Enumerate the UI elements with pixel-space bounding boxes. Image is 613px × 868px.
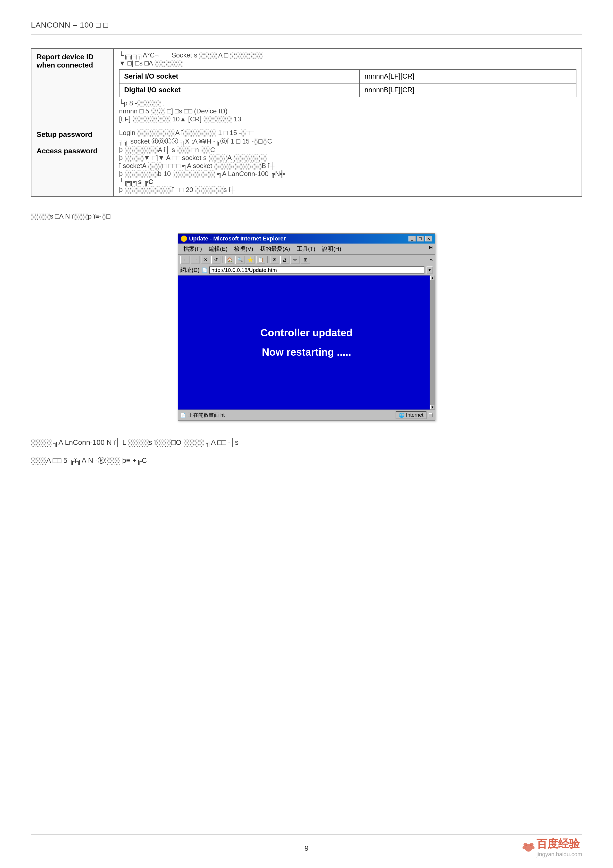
pass-line3: þ ░░░░░░░A î│ s ░░░□n ░░C bbox=[119, 146, 576, 154]
browser-content: Controller updated Now restarting ..... bbox=[178, 276, 435, 409]
browser-title: Update - Microsoft Internet Explorer bbox=[189, 235, 286, 242]
browser-content-wrapper: Controller updated Now restarting ..... … bbox=[178, 276, 435, 409]
browser-statusbar: 📄 正在開啟畫面 ht 🌐 Internet bbox=[178, 409, 435, 420]
scrollbar[interactable]: ▲ ▼ bbox=[430, 276, 435, 409]
print-button[interactable]: 🖨 bbox=[280, 256, 289, 264]
digital-label: Digital I/O socket bbox=[119, 83, 359, 97]
toolbar-sep2 bbox=[267, 256, 268, 264]
menu-file[interactable]: 檔案(F) bbox=[180, 245, 205, 253]
browser-menubar: 檔案(F) 編輯(E) 檢視(V) 我的最愛(A) 工具(T) 說明(H) ⊞ bbox=[178, 243, 435, 255]
scroll-down[interactable]: ▼ bbox=[430, 405, 435, 409]
label-setup: Setup password bbox=[37, 130, 108, 139]
label-report-line2: when connected bbox=[37, 61, 108, 69]
scroll-up[interactable]: ▲ bbox=[430, 276, 435, 280]
search-button[interactable]: 🔍 bbox=[235, 256, 245, 264]
controller-updated-text: Controller updated bbox=[260, 327, 353, 339]
bottom-text2: ░░░A □□ 5 ╔î╗A N -ⓚ░░░ þ≡ +╔C bbox=[31, 454, 582, 467]
menu-help[interactable]: 說明(H) bbox=[319, 245, 344, 253]
pass-line2: ╗╗ socket ⓓⓞⓁⓚ ╗X ;A ¥¥H -╔ⓞÎ 1 □ 15 -░□… bbox=[119, 137, 576, 146]
browser-toolbar: ← → ✕ ↺ 🏠 🔍 ⭐ 📋 ✉ 🖨 ✏ ⊞ » bbox=[178, 255, 435, 265]
menu-tools[interactable]: 工具(T) bbox=[294, 245, 318, 253]
svg-point-4 bbox=[531, 846, 534, 849]
line3: [LF] ░░░░░░░░ 10▲ [CR] ░░░░░░ 13 bbox=[119, 115, 576, 123]
browser-icon bbox=[181, 236, 187, 242]
footer-divider bbox=[31, 834, 582, 834]
titlebar-left: Update - Microsoft Internet Explorer bbox=[181, 235, 286, 242]
address-label: 網址(D) bbox=[180, 266, 200, 274]
menu-extra[interactable]: ⊞ bbox=[429, 245, 433, 253]
menu-favorites[interactable]: 我的最愛(A) bbox=[257, 245, 293, 253]
svg-point-1 bbox=[523, 843, 527, 846]
minimize-button[interactable]: _ bbox=[409, 236, 416, 242]
garbled-line1: └╔╗╗╗A°C¬ Socket s ░░░░A □ ░░░░░░░ bbox=[119, 51, 576, 59]
page-header: LANCONN – 100 □ □ bbox=[31, 21, 582, 29]
info-table: Report device ID when connected └╔╗╗╗A°C… bbox=[31, 48, 582, 197]
forward-button[interactable]: → bbox=[190, 256, 200, 264]
toolbar-sep1 bbox=[223, 256, 223, 264]
scroll-track bbox=[430, 280, 435, 405]
serial-label: Serial I/O socket bbox=[119, 70, 359, 83]
menu-edit[interactable]: 編輯(E) bbox=[206, 245, 231, 253]
pass-line5: î socketA ░░░□ □□□ ╗A socket ░░░░░░░░░░B… bbox=[119, 162, 576, 170]
edit-button[interactable]: ✏ bbox=[291, 256, 300, 264]
pass-line4: þ ░░░░▼ □]▼ A □□ socket s ░░░░A ░░░░░░░ bbox=[119, 154, 576, 162]
status-text: 正在開啟畫面 ht bbox=[188, 412, 393, 418]
fullscreen-button[interactable]: ⊞ bbox=[301, 256, 310, 264]
svg-point-3 bbox=[522, 846, 525, 849]
page-footer: 9 bbox=[0, 844, 613, 852]
favorites-button[interactable]: ⭐ bbox=[246, 256, 255, 264]
pass-line7: └╔╗╗s ╔C bbox=[119, 178, 576, 186]
page-icon: 📄 bbox=[202, 267, 207, 273]
menu-view[interactable]: 檢視(V) bbox=[231, 245, 256, 253]
garbled-line2: ▼ □] □s □A ░░░░░░ bbox=[119, 59, 576, 67]
header-divider bbox=[31, 34, 582, 35]
home-button[interactable]: 🏠 bbox=[225, 256, 234, 264]
address-bar: 網址(D) 📄 ▼ bbox=[178, 265, 435, 276]
baidu-logo: 百度经验 jingyan.baidu.com bbox=[522, 837, 582, 858]
status-page-icon: 📄 bbox=[180, 412, 186, 418]
serial-value: nnnnnA[LF][CR] bbox=[359, 70, 576, 83]
bottom-text1: ░░░░ ╗A LnConn-100 N î│ L ░░░░s î░░░□O ░… bbox=[31, 436, 582, 449]
mail-button[interactable]: ✉ bbox=[270, 256, 279, 264]
content-passwords: Login ░░░░░░░░A î░░░░░░░ 1 □ 15 -░□□ ╗╗ … bbox=[114, 126, 582, 197]
baidu-paw-icon bbox=[522, 841, 535, 854]
label-access: Access password bbox=[37, 147, 108, 155]
window-controls[interactable]: _ □ ✕ bbox=[409, 236, 432, 242]
close-button[interactable]: ✕ bbox=[425, 236, 432, 242]
status-zone: 🌐 Internet bbox=[396, 411, 427, 419]
label-report-device: Report device ID when connected bbox=[31, 48, 114, 126]
internet-icon: 🌐 bbox=[399, 412, 404, 418]
stop-button[interactable]: ✕ bbox=[201, 256, 210, 264]
pass-line6: þ ░░░░░░░b 10 ░░░░░░░░░ ╗A LanConn-100 ╔… bbox=[119, 170, 576, 178]
line1: └p 8 -░░░░░ . bbox=[119, 99, 576, 107]
digital-value: nnnnnB[LF][CR] bbox=[359, 83, 576, 97]
pass-line8: þ ░░░░░░░░░░î □□ 20 ░░░░░░s î┼ bbox=[119, 186, 576, 194]
label-passwords: Setup password Access password bbox=[31, 126, 114, 197]
page-number: 9 bbox=[305, 844, 308, 852]
note-text: ░░░░s □A N î░░░p î≡-░□ bbox=[31, 212, 582, 220]
now-restarting-text: Now restarting ..... bbox=[262, 346, 351, 358]
line2: nnnnn □ 5 ░░░ □] □s □□ (Device ID) bbox=[119, 107, 576, 115]
browser-titlebar: Update - Microsoft Internet Explorer _ □… bbox=[178, 234, 435, 243]
status-corner bbox=[429, 413, 433, 417]
history-button[interactable]: 📋 bbox=[256, 256, 265, 264]
maximize-button[interactable]: □ bbox=[417, 236, 424, 242]
toolbar-more[interactable]: » bbox=[430, 257, 433, 263]
baidu-text: 百度经验 jingyan.baidu.com bbox=[537, 837, 582, 858]
watermark: 百度经验 jingyan.baidu.com bbox=[522, 837, 582, 858]
label-report-line1: Report device ID bbox=[37, 53, 108, 61]
svg-point-2 bbox=[530, 843, 533, 846]
content-report-device: └╔╗╗╗A°C¬ Socket s ░░░░A □ ░░░░░░░ ▼ □] … bbox=[114, 48, 582, 126]
address-input[interactable] bbox=[209, 267, 424, 274]
pass-line1: Login ░░░░░░░░A î░░░░░░░ 1 □ 15 -░□□ bbox=[119, 129, 576, 137]
back-button[interactable]: ← bbox=[180, 256, 190, 264]
refresh-button[interactable]: ↺ bbox=[211, 256, 220, 264]
address-dropdown[interactable]: ▼ bbox=[427, 267, 433, 274]
browser-window: Update - Microsoft Internet Explorer _ □… bbox=[178, 233, 435, 421]
status-zone-text: Internet bbox=[406, 412, 423, 418]
